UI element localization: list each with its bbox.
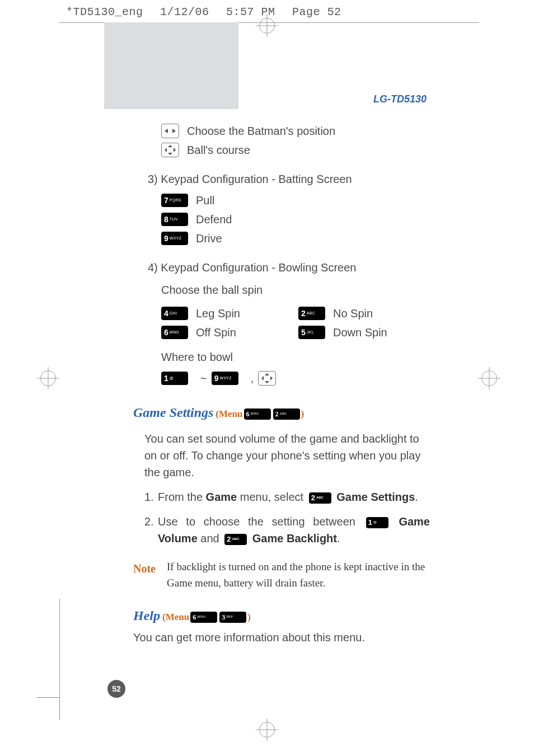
key-6: 6MNO bbox=[244, 408, 271, 420]
header-date: 1/12/06 bbox=[160, 6, 209, 18]
menu-path: (Menu 6MNO 2ABC ) bbox=[216, 407, 304, 421]
registration-mark-right bbox=[481, 370, 497, 386]
key-9: 9WXYZ bbox=[161, 232, 188, 245]
label-game: Game bbox=[206, 491, 237, 503]
key-9: 9WXYZ bbox=[212, 372, 238, 385]
svg-marker-6 bbox=[265, 373, 269, 375]
control-label: Ball's course bbox=[187, 142, 250, 158]
key-2: 2ABC bbox=[224, 534, 247, 545]
game-settings-heading: Game Settings (Menu 6MNO 2ABC ) bbox=[133, 402, 435, 422]
step-number: 2. bbox=[144, 513, 158, 530]
key-label: Leg Spin bbox=[196, 305, 240, 322]
spin-subtitle: Choose the ball spin bbox=[161, 281, 435, 298]
label-game-settings: Game Settings bbox=[336, 491, 415, 503]
step-body: From the Game menu, select 2ABC Game Set… bbox=[158, 489, 430, 505]
svg-marker-5 bbox=[174, 148, 176, 152]
header-file: *TD5130_eng bbox=[66, 6, 143, 18]
svg-marker-1 bbox=[172, 129, 176, 133]
key-row-nospin: 2ABC No Spin bbox=[298, 305, 435, 322]
print-header: *TD5130_eng 1/12/06 5:57 PM Page 52 bbox=[66, 6, 341, 18]
comma: , bbox=[251, 370, 254, 387]
model-label: LG-TD5130 bbox=[373, 93, 427, 105]
left-right-nav-icon bbox=[161, 124, 179, 138]
game-settings-para: You can set sound volume of the game and… bbox=[144, 430, 430, 481]
crop-mark bbox=[59, 697, 60, 720]
key-label: Drive bbox=[196, 230, 222, 247]
batting-section-title: 3) Keypad Configuration - Batting Screen bbox=[148, 171, 435, 187]
control-row-position: Choose the Batman's position bbox=[161, 123, 435, 139]
key-8: 8TUV bbox=[161, 213, 188, 226]
menu-path: (Menu 6MNO 3DEF ) bbox=[162, 610, 251, 624]
key-2: 2ABC bbox=[309, 492, 331, 504]
four-way-nav-icon bbox=[258, 371, 276, 386]
key-4: 4GHI bbox=[161, 307, 188, 320]
step-2: 2. Use to choose the setting between 1@ … bbox=[144, 513, 430, 547]
key-label: Off Spin bbox=[196, 324, 236, 341]
help-title: Help bbox=[133, 605, 160, 626]
key-5: 5JKL bbox=[298, 326, 325, 339]
key-label: Down Spin bbox=[333, 324, 387, 341]
svg-marker-9 bbox=[270, 376, 273, 381]
note-row: Note If backlight is turned on and the p… bbox=[133, 559, 430, 591]
key-7: 7PQRS bbox=[161, 194, 188, 207]
svg-marker-3 bbox=[168, 153, 172, 155]
step-1: 1. From the Game menu, select 2ABC Game … bbox=[144, 489, 430, 505]
key-label: Pull bbox=[196, 192, 214, 209]
tilde: ~ bbox=[200, 370, 207, 387]
registration-mark-bottom bbox=[259, 722, 275, 738]
note-text: If backlight is turned on and the phone … bbox=[167, 559, 430, 591]
game-settings-title: Game Settings bbox=[133, 402, 213, 422]
where-subtitle: Where to bowl bbox=[161, 349, 435, 365]
key-1: 1@ bbox=[366, 517, 388, 528]
svg-marker-4 bbox=[165, 148, 167, 152]
key-row-legspin: 4GHI Leg Spin bbox=[161, 305, 298, 322]
label-game-backlight: Game Backlight bbox=[252, 532, 337, 544]
svg-marker-8 bbox=[261, 376, 264, 381]
bowling-section-title: 4) Keypad Configuration - Bowling Screen bbox=[148, 259, 435, 276]
control-row-course: Ball's course bbox=[161, 142, 435, 158]
svg-marker-2 bbox=[168, 145, 172, 147]
key-label: Defend bbox=[196, 211, 232, 228]
svg-marker-0 bbox=[165, 129, 168, 133]
tab-background bbox=[104, 22, 238, 109]
step-body: Use to choose the setting between 1@ Gam… bbox=[158, 513, 430, 547]
key-2: 2ABC bbox=[298, 307, 325, 320]
key-3: 3DEF bbox=[219, 612, 246, 623]
step-number: 1. bbox=[144, 489, 158, 505]
note-label: Note bbox=[133, 559, 167, 591]
crop-mark bbox=[37, 697, 59, 698]
key-2: 2ABC bbox=[273, 408, 300, 420]
header-page: Page 52 bbox=[292, 6, 341, 18]
help-heading: Help (Menu 6MNO 3DEF ) bbox=[133, 605, 435, 626]
key-row-downspin: 5JKL Down Spin bbox=[298, 324, 435, 341]
key-6: 6MNO bbox=[161, 326, 188, 339]
svg-marker-7 bbox=[265, 381, 269, 383]
page-number: 52 bbox=[107, 680, 125, 698]
key-row-offspin: 6MNO Off Spin bbox=[161, 324, 298, 341]
where-range-row: 1@ ~ 9WXYZ , bbox=[161, 370, 435, 387]
key-row-pull: 7PQRS Pull bbox=[161, 192, 435, 209]
help-text: You can get more information about this … bbox=[133, 629, 435, 646]
left-margin-line bbox=[59, 599, 60, 699]
registration-mark-left bbox=[40, 370, 56, 386]
control-label: Choose the Batman's position bbox=[187, 123, 335, 139]
four-way-nav-icon bbox=[161, 143, 179, 157]
content-area: Choose the Batman's position Ball's cour… bbox=[133, 120, 435, 646]
key-label: No Spin bbox=[333, 305, 373, 322]
key-1: 1@ bbox=[161, 372, 188, 385]
header-time: 5:57 PM bbox=[226, 6, 275, 18]
page: *TD5130_eng 1/12/06 5:57 PM Page 52 LG-T… bbox=[0, 0, 534, 756]
key-row-drive: 9WXYZ Drive bbox=[161, 230, 435, 247]
key-6: 6MNO bbox=[190, 612, 217, 623]
registration-mark-top bbox=[259, 18, 275, 34]
key-row-defend: 8TUV Defend bbox=[161, 211, 435, 228]
spin-grid: 4GHI Leg Spin 6MNO Off Spin 2ABC No Spin… bbox=[161, 303, 435, 343]
